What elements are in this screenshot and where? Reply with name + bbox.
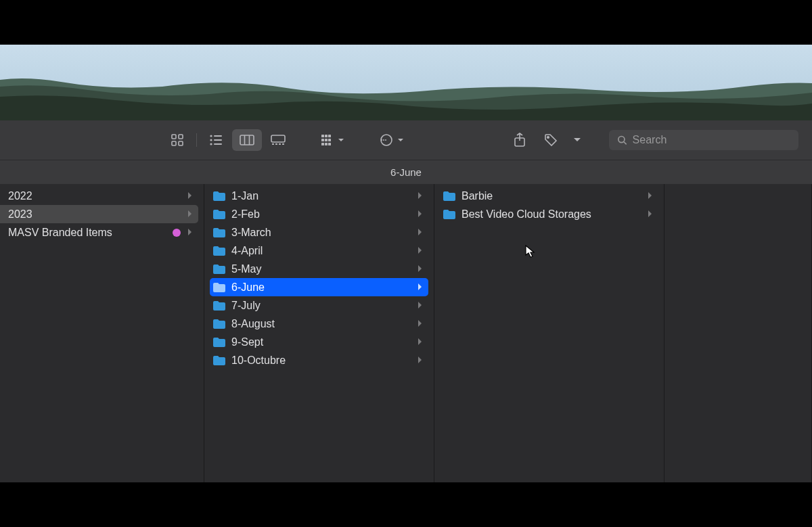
finder-window: 6-June 20222023MASV Branded Items 1-Jan2…	[0, 45, 812, 482]
chevron-right-icon	[418, 208, 423, 221]
column-3[interactable]: BarbieBest Video Cloud Storages	[434, 184, 664, 482]
folder-label: Barbie	[461, 190, 642, 202]
folder-item[interactable]: 8-August	[210, 315, 428, 333]
chevron-right-icon	[187, 190, 193, 202]
folder-item[interactable]: Best Video Cloud Storages	[440, 205, 658, 223]
svg-point-6	[210, 139, 212, 141]
folder-item[interactable]: 2-Feb	[210, 205, 428, 223]
folder-icon	[443, 209, 456, 220]
svg-rect-2	[172, 141, 176, 145]
svg-point-29	[383, 139, 384, 141]
svg-rect-18	[321, 135, 324, 137]
folder-icon	[212, 337, 226, 348]
chevron-right-icon	[418, 354, 423, 367]
svg-rect-20	[328, 135, 331, 137]
search-icon	[617, 135, 627, 145]
folder-label: 4-April	[231, 245, 412, 257]
view-mode-group	[162, 129, 293, 151]
folder-item[interactable]: 6-June	[210, 278, 428, 296]
svg-rect-13	[271, 135, 285, 142]
folder-icon	[443, 191, 456, 202]
folder-item[interactable]: Barbie	[440, 187, 658, 205]
action-menu-button[interactable]	[373, 129, 411, 151]
share-button[interactable]	[505, 129, 535, 151]
tags-button[interactable]	[536, 129, 566, 151]
column-view-button[interactable]	[232, 129, 262, 151]
folder-icon	[212, 282, 226, 293]
chevron-right-icon	[418, 227, 423, 239]
svg-point-4	[210, 135, 212, 137]
svg-point-30	[385, 139, 386, 141]
svg-rect-7	[214, 139, 222, 141]
column-2[interactable]: 1-Jan2-Feb3-March4-April5-May6-June7-Jul…	[204, 184, 434, 482]
chevron-right-icon	[418, 300, 423, 312]
chevron-right-icon	[418, 263, 423, 275]
folder-icon	[212, 227, 226, 238]
svg-rect-5	[214, 135, 222, 137]
svg-rect-0	[172, 135, 176, 139]
icon-view-button[interactable]	[162, 129, 192, 151]
folder-item[interactable]: 9-Sept	[210, 333, 428, 351]
folder-label: 3-March	[231, 227, 412, 239]
column-4[interactable]	[664, 184, 812, 482]
folder-label: 5-May	[231, 263, 412, 275]
chevron-right-icon	[187, 227, 193, 239]
search-input[interactable]	[633, 134, 790, 146]
folder-icon	[212, 246, 226, 256]
chevron-right-icon	[187, 208, 193, 221]
list-view-button[interactable]	[201, 129, 231, 151]
column-browser: 20222023MASV Branded Items 1-Jan2-Feb3-M…	[0, 184, 812, 482]
folder-item[interactable]: 5-May	[210, 260, 428, 278]
chevron-right-icon	[418, 281, 423, 294]
finder-toolbar	[0, 120, 812, 160]
search-field[interactable]	[609, 130, 798, 150]
svg-rect-19	[325, 135, 328, 137]
tag-dot	[173, 229, 181, 237]
folder-item[interactable]: 2022	[0, 187, 198, 205]
folder-label: 2023	[8, 208, 182, 221]
folder-icon	[212, 191, 226, 202]
svg-rect-17	[282, 143, 284, 145]
path-title: 6-June	[0, 160, 812, 184]
svg-point-28	[381, 139, 382, 141]
folder-icon	[212, 355, 226, 366]
gallery-view-button[interactable]	[263, 129, 293, 151]
folder-label: 7-July	[231, 300, 412, 312]
svg-point-8	[210, 143, 212, 145]
dropdown-button[interactable]	[567, 129, 587, 151]
svg-rect-22	[325, 139, 328, 141]
folder-icon	[212, 264, 226, 275]
folder-item[interactable]: 10-Octubre	[210, 351, 428, 369]
folder-label: 10-Octubre	[231, 354, 412, 367]
folder-label: MASV Branded Items	[8, 227, 167, 239]
svg-rect-3	[179, 141, 183, 145]
svg-point-32	[547, 137, 549, 139]
svg-rect-25	[325, 143, 328, 145]
chevron-right-icon	[418, 190, 423, 202]
folder-icon	[212, 319, 226, 329]
folder-label: 1-Jan	[231, 190, 412, 202]
folder-item[interactable]: MASV Branded Items	[0, 223, 198, 242]
folder-label: 9-Sept	[231, 336, 412, 348]
folder-label: 8-August	[231, 318, 412, 330]
chevron-right-icon	[648, 208, 653, 221]
desktop-wallpaper	[0, 45, 812, 120]
folder-label: 2022	[8, 190, 182, 202]
chevron-right-icon	[418, 245, 423, 257]
group-by-button[interactable]	[315, 129, 351, 151]
svg-rect-26	[328, 143, 331, 145]
svg-rect-15	[275, 143, 277, 145]
folder-item[interactable]: 3-March	[210, 223, 428, 242]
svg-rect-16	[279, 143, 281, 145]
folder-item[interactable]: 2023	[0, 205, 198, 223]
svg-rect-21	[321, 139, 324, 141]
folder-icon	[212, 300, 226, 311]
folder-item[interactable]: 1-Jan	[210, 187, 428, 205]
svg-line-34	[624, 142, 627, 145]
svg-rect-9	[214, 143, 222, 145]
svg-rect-23	[328, 139, 331, 141]
folder-label: Best Video Cloud Storages	[461, 208, 642, 221]
column-1[interactable]: 20222023MASV Branded Items	[0, 184, 204, 482]
folder-item[interactable]: 4-April	[210, 242, 428, 260]
folder-item[interactable]: 7-July	[210, 296, 428, 315]
